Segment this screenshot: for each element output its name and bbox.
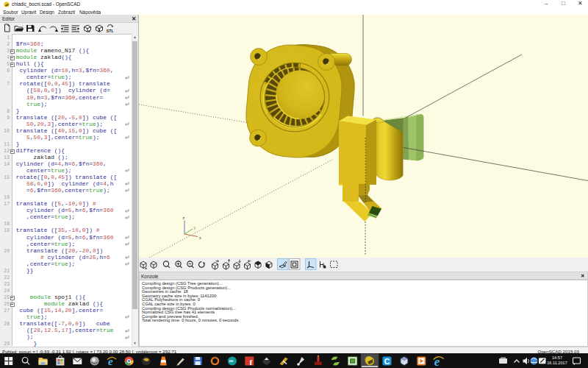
svg-text:»: » <box>145 266 147 270</box>
svg-text:16.11.2017: 16.11.2017 <box>547 361 567 365</box>
svg-text:C: C <box>384 357 390 366</box>
svg-text:»: » <box>88 29 91 33</box>
svg-text:STL: STL <box>107 29 115 33</box>
svg-text:x: x <box>199 236 201 240</box>
svg-text:f: f <box>250 358 253 367</box>
svg-text:y: y <box>194 225 196 230</box>
svg-text:z: z <box>183 216 185 220</box>
svg-text:∞: ∞ <box>229 358 234 364</box>
svg-text:14:57: 14:57 <box>552 355 562 360</box>
